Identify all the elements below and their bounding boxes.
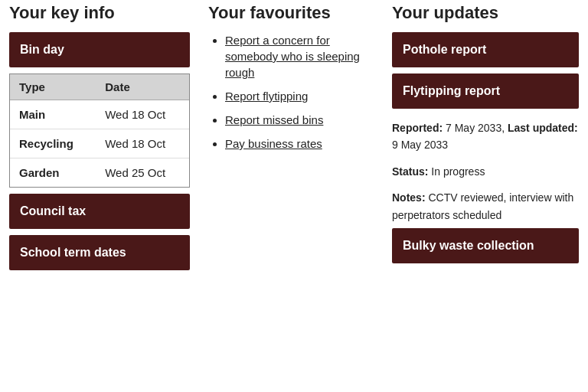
list-item: Pay business rates	[225, 136, 374, 152]
status-value: In progress	[431, 165, 485, 178]
favourites-list: Report a concern for somebody who is sle…	[208, 32, 374, 152]
favourite-link[interactable]: Report a concern for somebody who is sle…	[225, 34, 360, 79]
favourite-link[interactable]: Report missed bins	[225, 113, 323, 126]
key-info-title: Your key info	[9, 3, 190, 23]
list-item: Report missed bins	[225, 112, 374, 128]
flytipping-report-button[interactable]: Flytipping report	[392, 74, 579, 109]
council-tax-button[interactable]: Council tax	[9, 194, 190, 229]
bin-date: Wed 18 Oct	[96, 100, 189, 129]
list-item: Report a concern for somebody who is sle…	[225, 32, 374, 80]
favourites-column: Your favourites Report a concern for som…	[199, 0, 383, 276]
bulky-waste-button[interactable]: Bulky waste collection	[392, 228, 579, 263]
list-item: Report flytipping	[225, 88, 374, 104]
pothole-report-button[interactable]: Pothole report	[392, 32, 579, 67]
type-header: Type	[10, 74, 96, 100]
date-header: Date	[96, 74, 189, 100]
updates-title: Your updates	[392, 3, 579, 23]
favourite-link[interactable]: Report flytipping	[225, 90, 308, 103]
update-meta: Reported: 7 May 2033, Last updated: 9 Ma…	[392, 115, 579, 158]
favourites-title: Your favourites	[208, 3, 374, 23]
table-row: GardenWed 25 Oct	[10, 158, 189, 188]
bin-table: Type Date MainWed 18 OctRecyclingWed 18 …	[10, 74, 189, 187]
reported-label: Reported:	[392, 122, 443, 134]
school-term-dates-button[interactable]: School term dates	[9, 235, 190, 270]
table-row: RecyclingWed 18 Oct	[10, 129, 189, 158]
bin-day-button[interactable]: Bin day	[9, 32, 190, 67]
updated-value: 9 May 2033	[392, 139, 448, 151]
notes-label: Notes:	[392, 191, 426, 204]
reported-value: 7 May 2033,	[446, 122, 505, 134]
status-meta: Status: In progress	[392, 158, 579, 185]
bin-type: Garden	[10, 158, 96, 188]
key-info-column: Your key info Bin day Type Date MainWed …	[0, 0, 199, 276]
updated-label: Last updated:	[508, 122, 578, 134]
notes-meta: Notes: CCTV reviewed, interview with per…	[392, 185, 579, 228]
bin-type: Main	[10, 100, 96, 129]
bin-table-wrapper: Type Date MainWed 18 OctRecyclingWed 18 …	[9, 74, 190, 188]
bin-type: Recycling	[10, 129, 96, 158]
bin-date: Wed 18 Oct	[96, 129, 189, 158]
favourite-link[interactable]: Pay business rates	[225, 137, 322, 150]
status-label: Status:	[392, 165, 428, 178]
table-row: MainWed 18 Oct	[10, 100, 189, 129]
bin-date: Wed 25 Oct	[96, 158, 189, 188]
updates-column: Your updates Pothole report Flytipping r…	[383, 0, 588, 276]
